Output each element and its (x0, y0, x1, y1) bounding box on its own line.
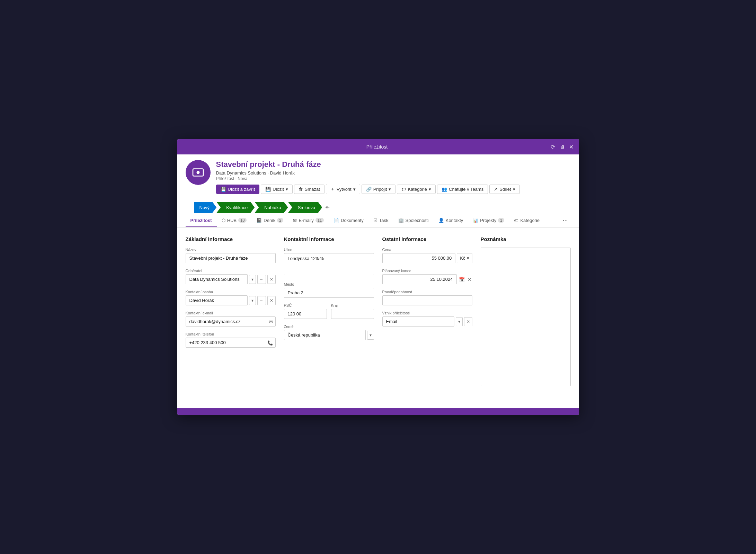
footer-bar (177, 408, 579, 415)
hub-icon: ⬡ (222, 218, 225, 223)
teams-button[interactable]: 👥 Chatujte v Teams (437, 185, 488, 194)
tab-prilezitost[interactable]: Příležitost (186, 214, 217, 227)
customer-clear-icon[interactable]: ✕ (267, 275, 276, 284)
probability-input[interactable] (382, 295, 472, 305)
share-button[interactable]: ↗ Sdílet ▾ (489, 185, 519, 194)
edit-stage-icon[interactable]: ✏ (326, 205, 330, 210)
zip-input[interactable] (284, 309, 327, 319)
currency-select[interactable]: Kč ▾ (457, 253, 472, 263)
email-field-group: Kontaktní e-mail ✉ (186, 311, 276, 327)
tab-denik[interactable]: 📓 Deník 2 (251, 214, 288, 227)
header-info: Stavební projekt - Druhá fáze Data Dynam… (216, 160, 571, 198)
stage-new[interactable]: Nový (194, 202, 217, 213)
category-chevron-icon: ▾ (429, 187, 431, 192)
tab-kontakty[interactable]: 👤 Kontakty (434, 214, 468, 227)
zip-field-group: PSČ (284, 303, 327, 319)
stage-offer[interactable]: Nabídka (255, 202, 288, 213)
origin-input[interactable] (382, 316, 454, 327)
tab-emaily[interactable]: ✉ E-maily 11 (288, 214, 329, 227)
customer-dropdown-icon[interactable]: ▾ (249, 275, 256, 284)
probability-label: Pravděpodobnost (382, 290, 472, 294)
tab-hub[interactable]: ⬡ HUB 18 (217, 214, 252, 227)
end-date-field-group: Plánovaný konec 📅 ✕ (382, 269, 472, 284)
street-label: Ulice (284, 248, 374, 252)
region-input[interactable] (331, 309, 374, 319)
note-section: Poznámka (481, 236, 571, 400)
tab-dokumenty[interactable]: 📄 Dokumenty (329, 214, 368, 227)
create-button[interactable]: ＋ Vytvořit ▾ (326, 184, 360, 194)
contacts-icon: 👤 (438, 218, 444, 223)
origin-label: Vznik příležitosti (382, 311, 472, 315)
connect-button[interactable]: 🔗 Připojit ▾ (362, 185, 396, 194)
price-label: Cena (382, 248, 472, 252)
email-label: Kontaktní e-mail (186, 311, 276, 315)
basic-info-section: Základní informace Název Odběratel ▾ ···… (186, 236, 284, 400)
category-button[interactable]: 🏷 Kategorie ▾ (397, 185, 436, 194)
end-date-label: Plánovaný konec (382, 269, 472, 273)
name-input[interactable] (186, 253, 276, 263)
phone-input[interactable] (186, 338, 276, 348)
contact-dropdown-icon[interactable]: ▾ (249, 296, 256, 305)
crm-window: Příležitost ⟳ 🖥 ✕ Stavební projekt - Dru… (177, 139, 579, 415)
city-label: Město (284, 282, 374, 286)
clear-date-icon[interactable]: ✕ (467, 276, 472, 283)
customer-more-icon[interactable]: ··· (257, 275, 266, 284)
save-close-button[interactable]: 💾 Uložit a zavřít (216, 185, 260, 194)
contact-label: Kontaktní osoba (186, 290, 276, 294)
refresh-icon[interactable]: ⟳ (551, 144, 555, 150)
zip-region-row: PSČ Kraj (284, 303, 374, 324)
tab-more-button[interactable]: ··· (560, 213, 570, 227)
country-input[interactable] (284, 330, 366, 340)
phone-field-group: Kontaktní telefon 📞 (186, 332, 276, 348)
price-field-group: Cena Kč ▾ (382, 248, 472, 263)
origin-dropdown-icon[interactable]: ▾ (456, 317, 463, 326)
note-title: Poznámka (481, 236, 571, 242)
street-input[interactable]: Londýnská 123/45 (284, 253, 374, 275)
origin-clear-icon[interactable]: ✕ (464, 317, 472, 326)
price-input[interactable] (382, 253, 456, 263)
contact-clear-icon[interactable]: ✕ (267, 296, 276, 305)
contact-more-icon[interactable]: ··· (257, 296, 266, 305)
stage-qualification[interactable]: Kvalifikace (216, 202, 255, 213)
window-title: Příležitost (204, 144, 551, 150)
stage-contract[interactable]: Smlouva (288, 202, 322, 213)
svg-point-1 (196, 171, 199, 174)
contact-input[interactable] (186, 295, 248, 305)
avatar (186, 160, 211, 185)
link-icon: 🔗 (366, 187, 372, 192)
save-chevron-icon: ▾ (286, 187, 288, 192)
tab-kategorie[interactable]: 🏷 Kategorie (509, 214, 544, 227)
customer-input[interactable] (186, 274, 248, 284)
save-button[interactable]: 💾 Uložit ▾ (261, 185, 293, 194)
end-date-input[interactable] (382, 274, 457, 284)
tab-projekty[interactable]: 📊 Projekty 1 (468, 214, 509, 227)
city-field-group: Město (284, 282, 374, 298)
teams-icon: 👥 (442, 187, 447, 192)
tab-task[interactable]: ☑ Task (368, 214, 393, 227)
window-controls: ⟳ 🖥 ✕ (551, 144, 573, 150)
record-subtitle: Data Dynamics Solutions · David Horák (216, 170, 571, 176)
other-info-title: Ostatní informace (382, 236, 472, 242)
add-icon: ＋ (330, 186, 335, 192)
other-info-section: Ostatní informace Cena Kč ▾ Plánovaný ko… (382, 236, 481, 400)
project-icon: 📊 (473, 218, 478, 223)
country-dropdown-icon[interactable]: ▾ (367, 331, 374, 340)
diary-icon: 📓 (256, 218, 262, 223)
currency-chevron-icon: ▾ (467, 256, 469, 261)
task-icon: ☑ (373, 218, 377, 223)
tab-bar: Příležitost ⬡ HUB 18 📓 Deník 2 ✉ E-maily… (177, 213, 579, 228)
tag-icon: 🏷 (401, 187, 406, 192)
save-icon: 💾 (221, 187, 226, 192)
origin-field-group: Vznik příležitosti ▾ ✕ (382, 311, 472, 327)
street-field-group: Ulice Londýnská 123/45 (284, 248, 374, 277)
region-label: Kraj (331, 303, 374, 307)
email-icon: ✉ (293, 218, 297, 223)
email-input[interactable] (186, 316, 276, 327)
calendar-icon[interactable]: 📅 (458, 276, 465, 283)
tab-spolecnosti[interactable]: 🏢 Společnosti (393, 214, 434, 227)
note-textarea[interactable] (481, 248, 571, 386)
delete-button[interactable]: 🗑 Smazat (294, 185, 324, 194)
close-icon[interactable]: ✕ (569, 144, 573, 150)
city-input[interactable] (284, 288, 374, 298)
monitor-icon[interactable]: 🖥 (559, 144, 565, 150)
